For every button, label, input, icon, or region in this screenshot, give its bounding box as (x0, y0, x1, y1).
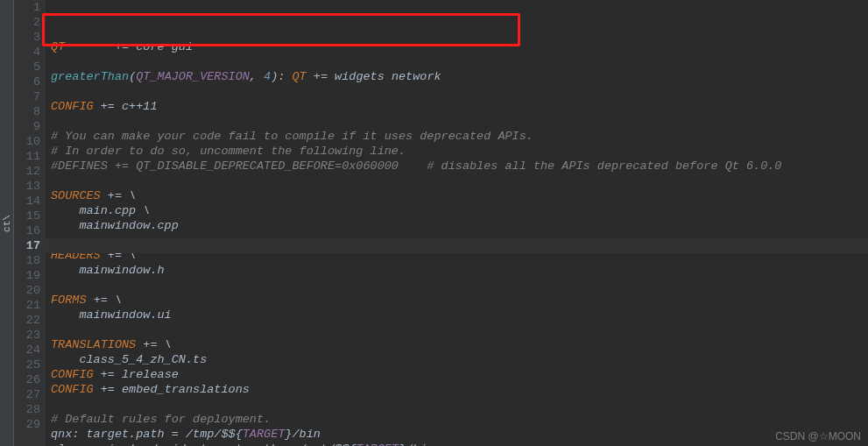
code-token: TARGET (356, 442, 399, 446)
code-line[interactable]: QT += core gui (51, 39, 868, 54)
code-line[interactable]: # In order to do so, uncomment the follo… (51, 144, 868, 159)
code-token: CONFIG (51, 368, 94, 381)
line-number[interactable]: 2 (14, 15, 40, 30)
code-line[interactable]: # Default rules for deployment. (51, 412, 868, 427)
code-token: class_5_4_zh_CN.ts (51, 353, 207, 366)
code-line[interactable]: TRANSLATIONS += \ (51, 337, 868, 352)
line-number[interactable]: 6 (14, 74, 40, 89)
line-number[interactable]: 17 (14, 238, 40, 253)
line-number[interactable]: 27 (14, 387, 40, 402)
code-line[interactable]: else: unix:!android: target.path = /opt/… (51, 442, 868, 446)
code-token: CONFIG (51, 100, 94, 113)
code-token: # Default rules for deployment. (51, 413, 271, 426)
line-number[interactable]: 14 (14, 194, 40, 209)
code-line[interactable]: mainwindow.cpp (51, 218, 868, 233)
line-number[interactable]: 24 (14, 343, 40, 358)
code-token: QT_MAJOR_VERSION (136, 70, 250, 83)
line-number[interactable]: 5 (14, 60, 40, 74)
code-line[interactable] (51, 173, 868, 188)
line-number[interactable]: 22 (14, 313, 40, 328)
code-token: QT (51, 40, 65, 53)
code-token: c++11 (115, 100, 158, 113)
code-line[interactable]: # You can make your code fail to compile… (51, 129, 868, 144)
code-token (94, 383, 101, 396)
code-line[interactable]: class_5_4_zh_CN.ts (51, 352, 868, 367)
code-token: core gui (129, 40, 193, 53)
line-number[interactable]: 7 (14, 89, 40, 104)
line-number[interactable]: 26 (14, 372, 40, 387)
code-token: 4 (264, 70, 271, 83)
code-token: += (115, 40, 129, 53)
line-number[interactable]: 20 (14, 283, 40, 298)
code-line[interactable]: CONFIG += c++11 (51, 99, 868, 114)
code-line[interactable]: mainwindow.ui (51, 308, 868, 322)
line-number[interactable]: 16 (14, 223, 40, 238)
code-token: #DEFINES += QT_DISABLE_DEPRECATED_BEFORE… (51, 159, 781, 173)
code-line[interactable]: #DEFINES += QT_DISABLE_DEPRECATED_BEFORE… (51, 159, 868, 173)
code-token: lrelease (115, 368, 179, 381)
code-line[interactable] (51, 114, 868, 129)
code-line[interactable]: SOURCES += \ (51, 188, 868, 203)
line-number[interactable]: 23 (14, 328, 40, 343)
code-editor[interactable]: 1234567891011121314151617181920212223242… (14, 0, 868, 446)
line-number[interactable]: 4 (14, 45, 40, 60)
code-token: \ (122, 189, 136, 202)
line-number[interactable]: 1 (14, 0, 40, 15)
code-line[interactable] (51, 322, 868, 337)
line-number[interactable]: 3 (14, 30, 40, 45)
line-number[interactable]: 19 (14, 268, 40, 283)
code-line[interactable]: greaterThan(QT_MAJOR_VERSION, 4): QT += … (51, 69, 868, 84)
code-line[interactable]: CONFIG += embed_translations (51, 382, 868, 397)
code-token: \ (108, 294, 122, 307)
code-line[interactable] (51, 54, 868, 69)
code-token: += (108, 189, 122, 202)
code-token: += (101, 100, 115, 113)
line-number[interactable]: 8 (14, 104, 40, 119)
code-token: TRANSLATIONS (51, 338, 136, 351)
code-area[interactable]: QT += core guigreaterThan(QT_MAJOR_VERSI… (46, 0, 868, 446)
line-number[interactable]: 18 (14, 253, 40, 268)
code-token: embed_translations (115, 383, 250, 396)
code-token: widgets network (328, 70, 441, 83)
code-line[interactable]: qnx: target.path = /tmp/$${TARGET}/bin (51, 427, 868, 442)
code-token (87, 294, 94, 307)
line-number[interactable]: 10 (14, 134, 40, 149)
code-token: main.cpp \ (51, 204, 150, 217)
code-line[interactable]: main.cpp \ (51, 203, 868, 218)
line-number[interactable]: 11 (14, 149, 40, 164)
code-token: mainwindow.h (51, 264, 165, 277)
code-token: FORMS (51, 294, 87, 307)
line-number[interactable]: 21 (14, 298, 40, 313)
code-token: += (143, 338, 157, 351)
line-number[interactable]: 15 (14, 209, 40, 223)
code-token: += (94, 294, 108, 307)
line-number[interactable]: 13 (14, 179, 40, 194)
code-token: ): (271, 70, 292, 83)
left-tool-strip[interactable]: ct\ (0, 0, 14, 446)
code-line[interactable] (51, 397, 868, 412)
code-token: }/bin (399, 442, 434, 446)
code-token: \ (158, 338, 172, 351)
code-line[interactable] (51, 84, 868, 99)
code-token: greaterThan (51, 70, 129, 83)
code-token (94, 368, 101, 381)
code-token: else: unix:!android: target.path = /opt/… (51, 442, 356, 446)
code-token: qnx: target.path = /tmp/$${ (51, 428, 243, 441)
line-number[interactable]: 12 (14, 164, 40, 179)
code-token (307, 70, 314, 83)
code-line[interactable]: mainwindow.h (51, 263, 868, 278)
line-number[interactable]: 25 (14, 358, 40, 372)
line-number[interactable]: 28 (14, 402, 40, 417)
watermark-text: CSDN @☆MOON (775, 430, 861, 442)
code-token (94, 100, 101, 113)
line-number-gutter[interactable]: 1234567891011121314151617181920212223242… (14, 0, 46, 446)
code-line[interactable]: FORMS += \ (51, 293, 868, 308)
code-line[interactable]: CONFIG += lrelease (51, 367, 868, 382)
code-line[interactable] (51, 278, 868, 293)
line-number[interactable]: 29 (14, 417, 40, 432)
code-token: += (101, 383, 115, 396)
code-token: }/bin (285, 428, 321, 441)
code-token: += (314, 70, 328, 83)
code-token: # In order to do so, uncomment the follo… (51, 145, 406, 158)
line-number[interactable]: 9 (14, 119, 40, 134)
